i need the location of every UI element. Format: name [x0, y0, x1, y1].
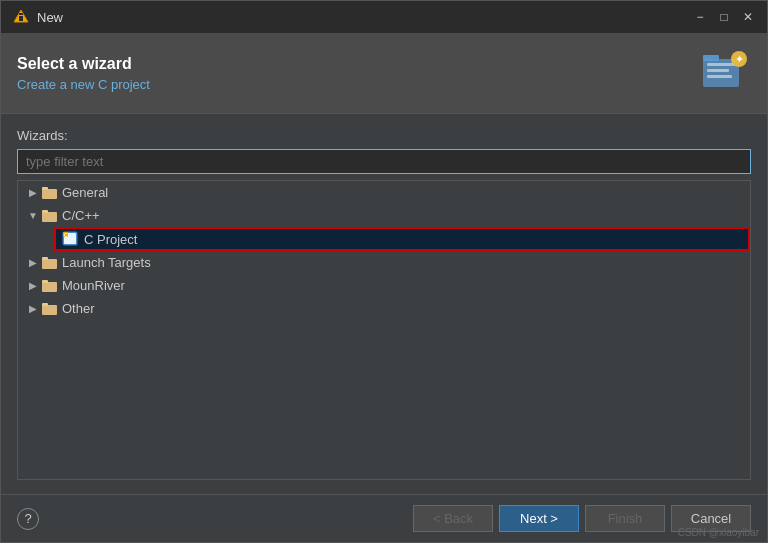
- dialog-window: New − □ ✕ Select a wizard Create a new C…: [0, 0, 768, 543]
- arrow-launchtargets: ▶: [26, 256, 40, 270]
- label-other: Other: [62, 301, 95, 316]
- window-title: New: [37, 10, 691, 25]
- arrow-mounriver: ▶: [26, 279, 40, 293]
- button-bar: ? < Back Next > Finish Cancel: [1, 495, 767, 542]
- folder-icon-mounriver: [42, 279, 58, 293]
- svg-rect-5: [707, 63, 735, 66]
- svg-rect-13: [42, 212, 57, 222]
- tree-item-mounriver[interactable]: ▶ MounRiver: [18, 274, 750, 297]
- content-area: Wizards: ▶ General ▼: [1, 114, 767, 494]
- tree-item-other[interactable]: ▶ Other: [18, 297, 750, 320]
- label-mounriver: MounRiver: [62, 278, 125, 293]
- wizards-label: Wizards:: [17, 128, 751, 143]
- folder-icon-cpp: [42, 209, 58, 223]
- cproject-icon: C: [62, 231, 80, 247]
- svg-rect-1: [19, 16, 23, 21]
- minimize-button[interactable]: −: [691, 8, 709, 26]
- tree-item-cpp[interactable]: ▼ C/C++: [18, 204, 750, 227]
- svg-text:✦: ✦: [735, 53, 744, 65]
- dialog-header: Select a wizard Create a new C project ✦: [1, 33, 767, 114]
- close-button[interactable]: ✕: [739, 8, 757, 26]
- header-title: Select a wizard: [17, 55, 150, 73]
- svg-rect-4: [703, 55, 719, 61]
- tree-item-general[interactable]: ▶ General: [18, 181, 750, 204]
- next-button[interactable]: Next >: [499, 505, 579, 532]
- header-subtitle: Create a new C project: [17, 77, 150, 92]
- help-button[interactable]: ?: [17, 508, 39, 530]
- header-left: Select a wizard Create a new C project: [17, 55, 150, 92]
- tree-item-cproject[interactable]: C C Project: [54, 227, 750, 251]
- svg-rect-22: [42, 280, 48, 283]
- label-launchtargets: Launch Targets: [62, 255, 151, 270]
- arrow-general: ▶: [26, 186, 40, 200]
- app-icon: [11, 7, 31, 27]
- svg-text:C: C: [64, 232, 68, 238]
- svg-rect-2: [19, 13, 23, 15]
- svg-rect-6: [707, 69, 729, 72]
- svg-rect-23: [42, 305, 57, 315]
- svg-rect-24: [42, 303, 48, 306]
- folder-icon-general: [42, 186, 58, 200]
- svg-rect-20: [42, 257, 48, 260]
- svg-rect-7: [707, 75, 732, 78]
- folder-icon-other: [42, 302, 58, 316]
- tree-item-launchtargets[interactable]: ▶ Launch Targets: [18, 251, 750, 274]
- svg-rect-12: [42, 187, 48, 190]
- watermark: CSDN @xiaoyibar: [678, 527, 759, 538]
- svg-rect-21: [42, 282, 57, 292]
- window-controls: − □ ✕: [691, 8, 757, 26]
- finish-button[interactable]: Finish: [585, 505, 665, 532]
- label-general: General: [62, 185, 108, 200]
- svg-rect-19: [42, 259, 57, 269]
- arrow-other: ▶: [26, 302, 40, 316]
- back-button[interactable]: < Back: [413, 505, 493, 532]
- header-icon: ✦: [699, 47, 751, 99]
- arrow-cpp: ▼: [26, 209, 40, 223]
- filter-input[interactable]: [17, 149, 751, 174]
- maximize-button[interactable]: □: [715, 8, 733, 26]
- folder-icon-launchtargets: [42, 256, 58, 270]
- svg-rect-14: [42, 210, 48, 213]
- label-cpp: C/C++: [62, 208, 100, 223]
- wizard-tree: ▶ General ▼: [17, 180, 751, 480]
- title-bar: New − □ ✕: [1, 1, 767, 33]
- label-cproject: C Project: [84, 232, 137, 247]
